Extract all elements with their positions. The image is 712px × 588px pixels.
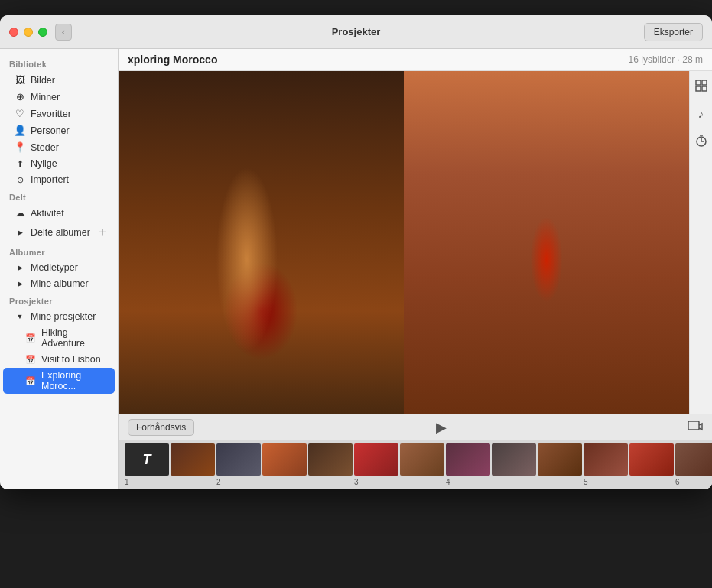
svg-rect-8 — [688, 421, 699, 430]
right-panel: xploring Morocco 16 lysbilder · 28 m — [119, 49, 712, 489]
filmstrip-group-2: 2 — [216, 443, 353, 476]
mine-prosjekter-chevron: ▼ — [14, 313, 26, 320]
bilder-icon: 🖼 — [14, 74, 26, 86]
sidebar-item-favoritter[interactable]: ♡ Favoritter — [3, 106, 115, 122]
nylige-label: Nylige — [31, 158, 109, 169]
steder-icon: 📍 — [14, 141, 26, 153]
sidebar-item-hiking-adventure[interactable]: 📅 Hiking Adventure — [3, 325, 115, 351]
bilder-label: Bilder — [31, 75, 109, 86]
group-6-thumbs — [675, 443, 712, 476]
delte-albumer-chevron: ▶ — [14, 229, 26, 236]
mine-albumer-label: Mine albumer — [31, 278, 109, 289]
preview-button[interactable]: Forhåndsvis — [128, 419, 194, 436]
morocco-icon: 📅 — [24, 376, 37, 386]
main-content: Bibliotek 🖼 Bilder ⊕ Minner ♡ Favoritter… — [0, 49, 712, 489]
film-thumb-4-1[interactable] — [446, 443, 490, 476]
svg-rect-3 — [702, 86, 707, 91]
film-thumb-4-2[interactable] — [492, 443, 536, 476]
morocco-label: Exploring Moroc... — [41, 370, 109, 391]
export-button[interactable]: Eksporter — [644, 23, 703, 41]
film-thumb-5-2[interactable] — [629, 443, 674, 476]
film-thumb-2-1[interactable] — [216, 443, 261, 476]
back-button[interactable]: ‹ — [55, 24, 72, 41]
filmstrip-group-6: 6 — [675, 443, 712, 476]
music-button[interactable]: ♪ — [693, 105, 710, 122]
svg-rect-1 — [702, 80, 707, 85]
minner-icon: ⊕ — [14, 91, 26, 102]
minimize-button[interactable] — [24, 28, 33, 37]
group-3-thumbs — [354, 443, 444, 476]
sidebar: Bibliotek 🖼 Bilder ⊕ Minner ♡ Favoritter… — [0, 49, 119, 489]
importert-label: Importert — [31, 174, 109, 185]
filmstrip-group-3: 3 — [354, 443, 444, 476]
group-5-thumbs — [584, 443, 674, 476]
side-controls: ♪ — [689, 71, 712, 414]
steder-label: Steder — [31, 142, 109, 153]
mine-prosjekter-label: Mine prosjekter — [31, 311, 109, 322]
group-number-1: 1 — [125, 478, 129, 486]
film-thumb-3-1[interactable] — [354, 443, 398, 476]
bottom-bar: Forhåndsvis ▶ T — [119, 414, 712, 489]
mine-albumer-chevron: ▶ — [14, 280, 26, 288]
aktivitet-label: Aktivitet — [31, 208, 109, 219]
aktivitet-icon: ☁ — [14, 207, 26, 219]
film-thumb-text[interactable]: T — [125, 443, 169, 476]
filmstrip-group-5: 5 — [584, 443, 674, 476]
group-number-3: 3 — [354, 478, 359, 486]
film-thumb-3-2[interactable] — [400, 443, 444, 476]
svg-rect-2 — [696, 86, 701, 91]
photo-left[interactable] — [119, 71, 404, 414]
film-thumb-2-2[interactable] — [262, 443, 307, 476]
project-header: xploring Morocco 16 lysbilder · 28 m — [119, 49, 712, 71]
section-albumer: Albumer — [0, 243, 118, 259]
film-thumb-6-1[interactable] — [675, 443, 712, 476]
sidebar-item-delte-albumer[interactable]: ▶ Delte albumer ＋ — [3, 222, 115, 242]
lisbon-label: Visit to Lisbon — [41, 354, 109, 365]
slideshow-button[interactable] — [688, 421, 703, 435]
importert-icon: ⊙ — [14, 175, 26, 185]
medietyper-label: Medietyper — [31, 262, 109, 273]
sidebar-item-minner[interactable]: ⊕ Minner — [3, 89, 115, 105]
hiking-icon: 📅 — [24, 333, 37, 343]
preview-controls: Forhåndsvis ▶ — [119, 414, 712, 440]
favoritter-icon: ♡ — [14, 108, 26, 119]
layout-button[interactable] — [693, 77, 710, 94]
personer-label: Personer — [31, 125, 109, 136]
film-thumb-2-3[interactable] — [308, 443, 353, 476]
sidebar-item-exploring-morocco[interactable]: 📅 Exploring Moroc... — [3, 368, 115, 394]
sidebar-item-visit-to-lisbon[interactable]: 📅 Visit to Lisbon — [3, 352, 115, 367]
photo-right[interactable] — [404, 71, 689, 414]
film-thumb-1-2[interactable] — [171, 443, 215, 476]
sidebar-item-mine-albumer[interactable]: ▶ Mine albumer — [3, 276, 115, 291]
section-bibliotek: Bibliotek — [0, 55, 118, 71]
photo-woman-red-content — [119, 71, 404, 414]
sidebar-item-importert[interactable]: ⊙ Importert — [3, 172, 115, 187]
group-number-4: 4 — [446, 478, 450, 486]
sidebar-item-aktivitet[interactable]: ☁ Aktivitet — [3, 205, 115, 221]
photo-woman-dress-content — [404, 71, 689, 414]
delte-albumer-label: Delte albumer — [31, 227, 92, 238]
group-number-2: 2 — [216, 478, 221, 486]
group-number-5: 5 — [584, 478, 588, 486]
play-button[interactable]: ▶ — [436, 419, 447, 436]
timer-button[interactable] — [693, 132, 710, 149]
lisbon-icon: 📅 — [24, 355, 37, 365]
sidebar-item-steder[interactable]: 📍 Steder — [3, 139, 115, 155]
project-meta: 16 lysbilder · 28 m — [629, 54, 703, 65]
sidebar-item-personer[interactable]: 👤 Personer — [3, 122, 115, 138]
add-delte-albumer-button[interactable]: ＋ — [96, 224, 109, 240]
title-bar: ‹ Prosjekter Eksporter — [0, 15, 712, 49]
group-number-6: 6 — [675, 478, 680, 486]
window-title: Prosjekter — [332, 26, 381, 37]
hiking-label: Hiking Adventure — [41, 327, 109, 349]
sidebar-item-mine-prosjekter[interactable]: ▼ Mine prosjekter — [3, 309, 115, 324]
personer-icon: 👤 — [14, 125, 26, 136]
maximize-button[interactable] — [38, 28, 47, 37]
close-button[interactable] — [9, 28, 18, 37]
sidebar-item-bilder[interactable]: 🖼 Bilder — [3, 72, 115, 88]
sidebar-item-medietyper[interactable]: ▶ Medietyper — [3, 260, 115, 275]
film-thumb-4-3[interactable] — [538, 443, 582, 476]
sidebar-item-nylige[interactable]: ⬆ Nylige — [3, 156, 115, 171]
film-thumb-5-1[interactable] — [584, 443, 628, 476]
favoritter-label: Favoritter — [31, 109, 109, 119]
